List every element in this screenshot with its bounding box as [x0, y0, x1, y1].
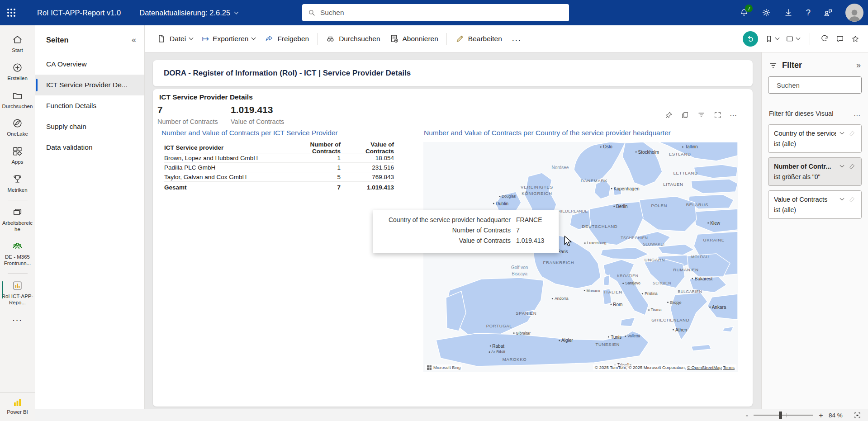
- toolbar-more-button[interactable]: ...: [507, 34, 527, 43]
- nav-item-metriken[interactable]: Metriken: [0, 170, 35, 198]
- app-launcher-waffle-icon[interactable]: [0, 0, 23, 25]
- data-refresh-label: Datenaktualisierung: 2.6.25: [139, 9, 230, 17]
- collapse-pages-icon[interactable]: «: [132, 35, 136, 45]
- map-label: UKRAINE: [703, 237, 725, 242]
- map-label: Rom: [610, 302, 622, 307]
- map-attribution: © 2025 TomTom, © 2025 Microsoft Corporat…: [593, 364, 736, 370]
- report-canvas: DORA - Register of Information (RoI) - I…: [145, 52, 761, 409]
- explore-button[interactable]: Durchsuchen: [321, 30, 384, 47]
- filter-card-country[interactable]: Country of the service ... ist (alle): [768, 124, 862, 153]
- share-label: Freigeben: [277, 35, 309, 43]
- fit-to-page-icon[interactable]: [853, 411, 862, 420]
- app-title: RoI ICT-APP-Report v1.0: [37, 9, 121, 17]
- user-avatar[interactable]: [845, 4, 863, 22]
- map-label: DÄNEMARK: [581, 178, 607, 183]
- bing-logo: Microsoft Bing: [425, 364, 462, 370]
- comments-button[interactable]: [835, 34, 844, 43]
- zoom-slider[interactable]: [754, 415, 813, 416]
- map-label: Valletta: [625, 334, 640, 338]
- nav-item-erstellen[interactable]: Erstellen: [0, 58, 35, 86]
- cell-total-value: 1.019.413: [341, 184, 394, 191]
- nav-more-button[interactable]: ...: [12, 310, 23, 324]
- folder-icon: [12, 90, 23, 101]
- nav-label: Start: [1, 47, 34, 54]
- filter-card-value-of-contracts[interactable]: Value of Contracts ist (alle): [768, 190, 862, 219]
- contracts-table[interactable]: ICT Service provider Number of Contracts…: [164, 142, 394, 193]
- bookmarks-button[interactable]: [764, 34, 779, 43]
- nav-item-arbeitsbereiche[interactable]: Arbeitsbereiche: [0, 203, 35, 237]
- column-header[interactable]: Value of Contracts: [341, 141, 394, 155]
- page-item-data-validation[interactable]: Data validation: [35, 137, 144, 158]
- nav-item-apps[interactable]: Apps: [0, 142, 35, 170]
- nav-item-onelake[interactable]: OneLake: [0, 114, 35, 142]
- map-label: Kopenhagen: [611, 186, 640, 191]
- cell-count: 5: [293, 174, 341, 180]
- data-refresh-dropdown[interactable]: Datenaktualisierung: 2.6.25: [139, 9, 238, 17]
- favorite-button[interactable]: [851, 34, 860, 43]
- nav-item-de-m365[interactable]: DE - M365 Frontrunn...: [0, 237, 35, 271]
- chevron-down-icon[interactable]: [840, 130, 844, 135]
- view-menu-button[interactable]: [785, 34, 800, 43]
- map-label: MOLDAU: [691, 255, 709, 259]
- feedback-button[interactable]: [823, 8, 833, 18]
- nav-item-start[interactable]: Start: [0, 30, 35, 58]
- global-search[interactable]: [302, 4, 569, 21]
- clear-filter-icon[interactable]: [848, 195, 856, 203]
- filter-section-more-button[interactable]: ...: [854, 109, 861, 117]
- column-header[interactable]: Number of Contracts: [293, 141, 341, 155]
- europe-map-visual[interactable]: OsloStockholmTallinnESTLANDNordseeDÄNEMA…: [423, 142, 738, 372]
- clear-filter-icon[interactable]: [848, 129, 856, 137]
- zoom-out-button[interactable]: -: [745, 412, 748, 419]
- page-item-ca-overview[interactable]: CA Overview: [35, 54, 144, 75]
- table-row[interactable]: Padilla PLC GmbH 1 231.516: [164, 163, 394, 172]
- notifications-button[interactable]: 7: [739, 8, 749, 18]
- terms-link[interactable]: Terms: [723, 365, 735, 370]
- export-menu-button[interactable]: ↦ Exportieren: [197, 31, 260, 47]
- download-button[interactable]: [783, 8, 793, 18]
- map-label: Sarajevo: [622, 281, 640, 285]
- feedback-icon: [823, 8, 833, 18]
- filter-search[interactable]: [768, 76, 862, 94]
- kpi-label: Value of Contracts: [231, 118, 284, 125]
- filter-card-number-of-contracts[interactable]: Number of Contr... ist größer als "0": [768, 157, 862, 186]
- focus-mode-icon[interactable]: [713, 111, 722, 119]
- table-visual-title: Number and Value of Contracts per ICT Se…: [161, 129, 338, 137]
- zoom-slider-handle[interactable]: [779, 412, 782, 419]
- reset-to-default-button[interactable]: [743, 31, 758, 47]
- chevron-down-icon[interactable]: [840, 163, 844, 168]
- filter-search-input[interactable]: [777, 81, 867, 89]
- copy-icon[interactable]: [681, 111, 689, 119]
- collapse-filter-pane-icon[interactable]: »: [856, 61, 861, 70]
- file-menu-button[interactable]: Datei: [152, 30, 197, 47]
- edit-label: Bearbeiten: [468, 35, 502, 43]
- share-button[interactable]: Freigeben: [260, 30, 313, 47]
- filter-funnel-icon[interactable]: [697, 111, 706, 119]
- map-label: ESTLAND: [669, 151, 691, 156]
- pin-icon[interactable]: [664, 111, 673, 119]
- chevron-down-icon[interactable]: [840, 196, 844, 201]
- notification-badge: 7: [745, 5, 753, 12]
- edit-button[interactable]: Bearbeiten: [451, 30, 507, 47]
- cell-value: 769.843: [341, 174, 394, 180]
- refresh-button[interactable]: [820, 34, 829, 43]
- table-row[interactable]: Brown, Lopez and Hubbard GmbH 1 18.054: [164, 153, 394, 163]
- zoom-in-button[interactable]: +: [819, 412, 823, 419]
- table-row[interactable]: Taylor, Galvan and Cox GmbH 5 769.843: [164, 172, 394, 182]
- column-header[interactable]: ICT Service provider: [164, 144, 293, 151]
- kpi-value-of-contracts: 1.019.413 Value of Contracts: [231, 104, 284, 125]
- divider: [446, 33, 447, 45]
- page-item-supply-chain[interactable]: Supply chain: [35, 116, 144, 137]
- settings-button[interactable]: [761, 8, 771, 18]
- page-item-ict-service-provider-details[interactable]: ICT Service Provider De...: [35, 75, 144, 95]
- search-input[interactable]: [320, 9, 564, 17]
- openstreetmap-link[interactable]: © OpenStreetMap: [687, 365, 722, 370]
- clear-filter-icon[interactable]: [848, 162, 856, 170]
- nav-item-roi-ict-app-report[interactable]: RoI ICT-APP-Repo...: [0, 276, 35, 310]
- subscribe-button[interactable]: Abonnieren: [385, 30, 443, 47]
- filter-field-label: Country of the service ...: [774, 130, 836, 137]
- map-tooltip: Country of the service provider headquar…: [373, 210, 559, 253]
- visual-more-options-icon[interactable]: ⋯: [730, 111, 737, 119]
- help-button[interactable]: ?: [806, 8, 811, 18]
- page-item-function-details[interactable]: Function Details: [35, 95, 144, 116]
- nav-item-durchsuchen[interactable]: Durchsuchen: [0, 86, 35, 114]
